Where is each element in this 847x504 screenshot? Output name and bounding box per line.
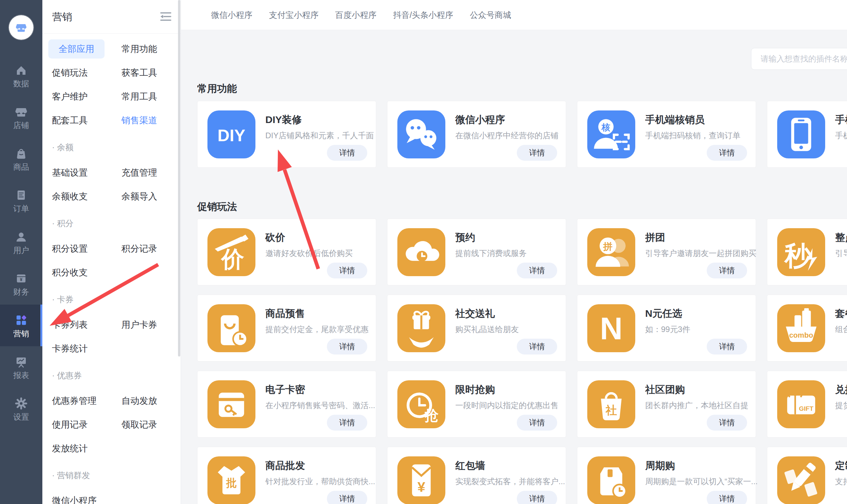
app-card[interactable]: 定制支持详情 (767, 447, 847, 504)
app-card-title: 拼团 (645, 231, 665, 245)
detail-button[interactable]: 详情 (327, 145, 367, 161)
app-card-desc: 邀请好友砍价后低价购买 (265, 248, 353, 258)
submenu-row: 配套工具销售渠道 (42, 108, 181, 132)
submenu-item[interactable]: 卡券列表 (52, 319, 88, 331)
submenu-item[interactable]: 全部应用 (48, 39, 105, 58)
detail-button[interactable]: 详情 (707, 339, 747, 355)
detail-button[interactable]: 详情 (517, 145, 557, 161)
app-card[interactable]: 社社区团购团长群内推广，本地社区自提详情 (577, 371, 756, 437)
app-card[interactable]: 核手机端核销员手机端扫码核销，查询订单详情 (577, 101, 756, 168)
app-card[interactable]: ¥红包墙实现裂变式拓客，并能将客户...详情 (387, 447, 566, 504)
submenu-item[interactable]: 常用功能 (121, 43, 157, 55)
topbar: 微信小程序支付宝小程序百度小程序抖音/头条小程序公众号商城 (181, 0, 847, 30)
app-card[interactable]: 商品预售提前交付定金，尾款享受优惠详情 (197, 295, 376, 361)
app-card[interactable]: DIYDIY装修DIY店铺风格和元素，千人千面详情 (197, 101, 376, 168)
submenu-item[interactable]: 配套工具 (52, 114, 88, 126)
channel-tab[interactable]: 微信小程序 (211, 10, 252, 20)
app-card[interactable]: combo套餐组合详情 (767, 295, 847, 361)
submenu-item[interactable]: 用户卡券 (121, 319, 157, 331)
app-card[interactable]: 周期购周期购是一款可以切入“买家一...详情 (577, 447, 756, 504)
channel-tab[interactable]: 抖音/头条小程序 (393, 10, 453, 20)
detail-button[interactable]: 详情 (327, 339, 367, 355)
submenu-item[interactable]: 余额导入 (121, 191, 157, 202)
submenu-item[interactable]: 余额收支 (52, 191, 88, 202)
detail-button[interactable]: 详情 (707, 415, 747, 431)
sidebar-item-settings[interactable]: 设置 (0, 388, 42, 430)
channel-tab[interactable]: 百度小程序 (335, 10, 376, 20)
submenu-item[interactable]: 优惠券管理 (52, 395, 96, 407)
svg-text:核: 核 (601, 122, 610, 132)
submenu-item[interactable]: 发放统计 (52, 443, 88, 454)
submenu-item[interactable]: 自动发放 (121, 395, 157, 407)
submenu-item[interactable]: 积分设置 (52, 243, 88, 255)
appointment-icon (398, 228, 445, 276)
store-logo[interactable] (9, 15, 33, 40)
submenu-item[interactable]: 促销玩法 (52, 67, 88, 79)
groupbuy-icon: 拼 (587, 228, 635, 276)
sidebar-item-label: 店铺 (13, 121, 29, 130)
svg-text:拼: 拼 (603, 241, 613, 252)
svg-text:combo: combo (789, 331, 813, 339)
app-card[interactable]: NN元任选如：99元3件详情 (577, 295, 756, 361)
primary-nav: 数据店铺商品订单用户¥财务营销报表设置 (0, 55, 42, 430)
app-card[interactable]: 批商品批发针对批发行业，帮助供货商快...详情 (197, 447, 376, 504)
app-card[interactable]: 社交送礼购买礼品送给朋友详情 (387, 295, 566, 361)
submenu-item[interactable]: 销售渠道 (121, 114, 157, 126)
submenu-item[interactable]: 微信小程序 (52, 495, 96, 504)
sidebar-item-marketing[interactable]: 营销 (0, 305, 42, 346)
submenu-row: 余额收支余额导入 (42, 184, 181, 208)
detail-button[interactable]: 详情 (707, 145, 747, 161)
detail-button[interactable]: 详情 (327, 263, 367, 278)
app-card-desc: 周期购是一款可以切入“买家一... (645, 476, 758, 487)
sidebar-scrollbar[interactable] (178, 0, 180, 357)
app-card[interactable]: 秒整点引导详情 (767, 219, 847, 285)
app-card-title: 整点 (835, 231, 847, 245)
submenu-item[interactable]: 积分记录 (121, 243, 157, 255)
submenu-item[interactable]: 卡券统计 (52, 343, 88, 355)
detail-button[interactable]: 详情 (327, 415, 367, 431)
app-card[interactable]: 抢限时抢购一段时间内以指定的优惠出售详情 (387, 371, 566, 437)
detail-button[interactable]: 详情 (517, 263, 557, 278)
submenu-item[interactable]: 使用记录 (52, 419, 88, 431)
wholesale-icon: 批 (208, 456, 255, 504)
submenu-item[interactable]: 获客工具 (121, 67, 157, 79)
app-card-desc: 如：99元3件 (645, 324, 690, 335)
app-card[interactable]: 电子卡密在小程序销售账号密码、激活...详情 (197, 371, 376, 437)
detail-button[interactable]: 详情 (327, 491, 367, 504)
sidebar-item-users[interactable]: 用户 (0, 221, 42, 263)
detail-button[interactable]: 详情 (707, 263, 747, 278)
submenu-item[interactable]: 充值管理 (121, 167, 157, 179)
app-card[interactable]: 拼拼团引导客户邀请朋友一起拼团购买详情 (577, 219, 756, 285)
app-card[interactable]: 微信小程序在微信小程序中经营你的店铺详情 (387, 101, 566, 168)
sidebar-item-goods[interactable]: 商品 (0, 138, 42, 180)
sidebar-item-data[interactable]: 数据 (0, 55, 42, 96)
app-card[interactable]: GIFT兑换提货详情 (767, 371, 847, 437)
submenu-item[interactable]: 基础设置 (52, 167, 88, 179)
detail-button[interactable]: 详情 (517, 339, 557, 355)
redpacket-icon: ¥ (398, 456, 445, 504)
svg-text:社: 社 (605, 404, 617, 416)
community-icon: 社 (587, 380, 635, 428)
submenu-item[interactable]: 领取记录 (121, 419, 157, 431)
custom-icon (777, 456, 825, 504)
submenu-item[interactable]: 常用工具 (121, 91, 157, 103)
channel-tab[interactable]: 公众号商城 (470, 10, 511, 20)
submenu-item[interactable]: 积分收支 (52, 267, 88, 278)
submenu-item[interactable]: 客户维护 (52, 91, 88, 103)
socialgift-icon (398, 304, 445, 352)
submenu-row: 发放统计 (42, 436, 181, 460)
sidebar-item-reports[interactable]: 报表 (0, 346, 42, 388)
sidebar-item-orders[interactable]: 订单 (0, 180, 42, 221)
plugin-search-input[interactable] (751, 48, 847, 70)
collapse-sidebar-icon[interactable] (159, 11, 172, 22)
detail-button[interactable]: 详情 (707, 491, 747, 504)
sidebar-item-finance[interactable]: ¥财务 (0, 263, 42, 305)
sidebar-item-shop[interactable]: 店铺 (0, 96, 42, 138)
app-card[interactable]: 价砍价邀请好友砍价后低价购买详情 (197, 219, 376, 285)
detail-button[interactable]: 详情 (517, 491, 557, 504)
app-card[interactable]: 手机手机详情 (767, 101, 847, 168)
app-card[interactable]: 预约提前线下消费或服务详情 (387, 219, 566, 285)
channel-tab[interactable]: 支付宝小程序 (269, 10, 319, 20)
detail-button[interactable]: 详情 (517, 415, 557, 431)
svg-text:秒: 秒 (784, 241, 812, 271)
